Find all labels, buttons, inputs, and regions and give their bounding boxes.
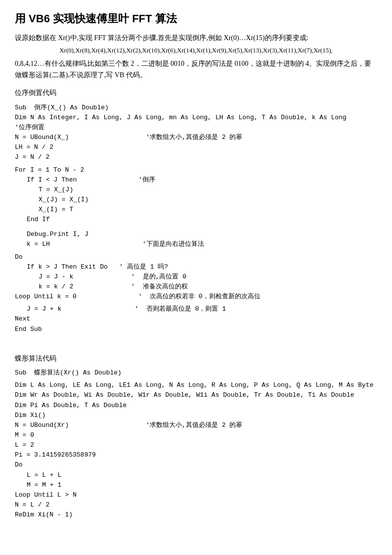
code-line-18: J = J + k ' 否则若最高位是 0，则置 1 [15,304,377,314]
code-line-9: X_(J) = X_(I) [15,195,377,205]
s2-line-13: N = L / 2 [15,500,377,510]
code-line-5: J = N / 2 [15,152,377,162]
code-line-12: Debug.Print I, J [15,230,377,239]
code-line-2: '位序倒置 [15,123,377,133]
s2-line-2: Dim Wr As Double, Wi As Double, W1r As D… [15,390,377,400]
code-line-4: LH = N / 2 [15,142,377,152]
page-container: 用 VB6 实现快速傅里叶 FFT 算法 设原始数据在 Xr()中,实现 FFT… [15,10,377,520]
s2-line-5: N = UBound(Xr) '求数组大小,其值必须是 2 的幂 [15,420,377,430]
s2-line-12: Loop Until L > N [15,490,377,500]
intro-line3: 0,8,4,12…有什么规律吗,比如第三个数 2，二进制是 0010，反序的写法… [15,58,377,81]
code-line-8: T = X_(J) [15,185,377,195]
s2-line-1: Dim L As Long, LE As Long, LE1 As Long, … [15,380,377,390]
code-line-1: Dim N As Integer, I As Long, J As Long, … [15,113,377,123]
code-line-7: If I < J Then '倒序 [15,175,377,185]
intro-line2: Xr(0),Xr(8),Xr(4),Xr(12),Xr(2),Xr(10),Xr… [15,46,377,56]
section1-label: 位序倒置代码 [15,88,377,98]
code-line-14: Do [15,252,377,262]
s2-line-6: M = 0 [15,430,377,440]
code-line-10: X_(I) = T [15,205,377,215]
s2-line-10: L = L + L [15,470,377,480]
s2-line-8: Pi = 3.14159265358979 [15,450,377,460]
code-line-0: Sub 倒序(X_() As Double) [15,103,377,113]
s2-line-14: ReDim Xi(N - 1) [15,510,377,520]
section2-code: Sub 蝶形算法(Xr() As Double) Dim L As Long, … [15,368,377,520]
code-line-6: For I = 1 To N - 2 [15,165,377,175]
code-line-17: k = k / 2 ' 准备次高位的权 [15,282,377,292]
intro-block: 设原始数据在 Xr()中,实现 FFT 算法分两个步骤,首先是实现倒序,例如 X… [15,32,377,81]
intro-line1: 设原始数据在 Xr()中,实现 FFT 算法分两个步骤,首先是实现倒序,例如 X… [15,32,377,44]
code-line-16: J = J - k ' 是的,高位置 0 [15,272,377,282]
s2-line-7: L = 2 [15,440,377,450]
section2-label: 蝶形算法代码 [15,353,377,364]
code-line-13: k = LH '下面是向右进位算法 [15,239,377,249]
s2-line-0: Sub 蝶形算法(Xr() As Double) [15,368,377,378]
code-line-11: End If [15,215,377,225]
section1-code: Sub 倒序(X_() As Double) Dim N As Integer,… [15,103,377,334]
code-line-loop-until: Loop Until k = 0 ' 次高位的权若非 0，则检查新的次高位 [15,292,377,302]
code-line-15: If k > J Then Exit Do ' 高位是 1 吗? [15,262,377,272]
code-line-19: Next [15,314,377,324]
s2-line-11: M = M + 1 [15,480,377,490]
page-title: 用 VB6 实现快速傅里叶 FFT 算法 [15,10,377,27]
s2-line-9: Do [15,460,377,470]
code-line-20: End Sub [15,324,377,334]
s2-line-3: Dim Pi As Double, T As Double [15,401,377,411]
code-line-3: N = UBound(X_) '求数组大小,其值必须是 2 的幂 [15,133,377,142]
s2-line-4: Dim Xi() [15,411,377,420]
